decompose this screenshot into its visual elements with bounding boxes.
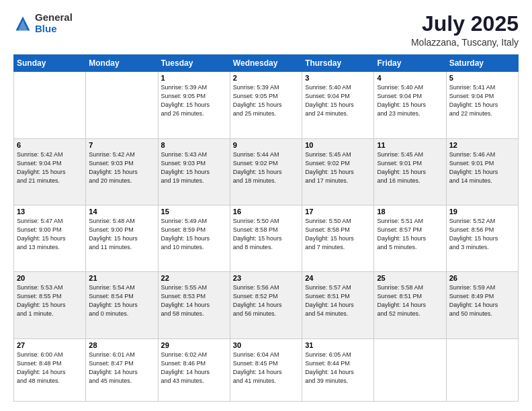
- calendar-cell: 18Sunrise: 5:51 AM Sunset: 8:57 PM Dayli…: [374, 205, 446, 271]
- day-number: 28: [89, 341, 154, 349]
- calendar-table: SundayMondayTuesdayWednesdayThursdayFrid…: [13, 54, 519, 402]
- calendar-cell: 11Sunrise: 5:45 AM Sunset: 9:01 PM Dayli…: [374, 138, 446, 205]
- day-number: 30: [233, 341, 299, 349]
- calendar-cell: 20Sunrise: 5:53 AM Sunset: 8:55 PM Dayli…: [14, 272, 86, 338]
- day-number: 14: [89, 208, 154, 216]
- logo-icon: [13, 14, 32, 33]
- calendar-cell: 1Sunrise: 5:39 AM Sunset: 9:05 PM Daylig…: [158, 72, 230, 138]
- day-number: 23: [233, 274, 299, 282]
- day-number: 20: [17, 274, 83, 282]
- calendar-week-row: 27Sunrise: 6:00 AM Sunset: 8:48 PM Dayli…: [14, 338, 519, 402]
- calendar-cell: 31Sunrise: 6:05 AM Sunset: 8:44 PM Dayli…: [302, 338, 374, 402]
- day-info: Sunrise: 5:59 AM Sunset: 8:49 PM Dayligh…: [449, 283, 515, 318]
- day-info: Sunrise: 6:00 AM Sunset: 8:48 PM Dayligh…: [17, 351, 83, 385]
- calendar-cell: 24Sunrise: 5:57 AM Sunset: 8:51 PM Dayli…: [302, 272, 374, 338]
- calendar-cell: 3Sunrise: 5:40 AM Sunset: 9:04 PM Daylig…: [302, 72, 374, 138]
- page: General Blue July 2025 Molazzana, Tuscan…: [0, 0, 532, 411]
- day-number: 4: [377, 74, 443, 82]
- day-info: Sunrise: 5:41 AM Sunset: 9:04 PM Dayligh…: [449, 83, 515, 118]
- day-number: 6: [17, 141, 83, 149]
- calendar-cell: 17Sunrise: 5:50 AM Sunset: 8:58 PM Dayli…: [302, 205, 374, 271]
- calendar-cell: [14, 72, 86, 138]
- day-number: 29: [161, 341, 227, 349]
- calendar-week-row: 1Sunrise: 5:39 AM Sunset: 9:05 PM Daylig…: [14, 72, 519, 138]
- calendar-cell: 6Sunrise: 5:42 AM Sunset: 9:04 PM Daylig…: [14, 138, 86, 205]
- logo: General Blue: [13, 12, 73, 34]
- calendar-cell: 8Sunrise: 5:43 AM Sunset: 9:03 PM Daylig…: [158, 138, 230, 205]
- logo-text: General Blue: [35, 12, 73, 34]
- calendar-cell: 19Sunrise: 5:52 AM Sunset: 8:56 PM Dayli…: [446, 205, 518, 271]
- day-number: 17: [305, 208, 371, 216]
- calendar-cell: [374, 338, 446, 402]
- day-info: Sunrise: 5:50 AM Sunset: 8:58 PM Dayligh…: [233, 217, 299, 252]
- title-block: July 2025 Molazzana, Tuscany, Italy: [411, 12, 519, 48]
- day-info: Sunrise: 6:05 AM Sunset: 8:44 PM Dayligh…: [305, 351, 371, 385]
- day-info: Sunrise: 5:45 AM Sunset: 9:02 PM Dayligh…: [305, 150, 371, 185]
- weekday-header-cell: Tuesday: [158, 55, 230, 72]
- day-number: 10: [305, 141, 371, 149]
- calendar-cell: 4Sunrise: 5:40 AM Sunset: 9:04 PM Daylig…: [374, 72, 446, 138]
- calendar-cell: 30Sunrise: 6:04 AM Sunset: 8:45 PM Dayli…: [230, 338, 302, 402]
- day-info: Sunrise: 5:45 AM Sunset: 9:01 PM Dayligh…: [377, 150, 443, 185]
- day-number: 21: [89, 274, 154, 282]
- weekday-header-cell: Wednesday: [230, 55, 302, 72]
- day-info: Sunrise: 5:40 AM Sunset: 9:04 PM Dayligh…: [377, 83, 443, 118]
- calendar-cell: 10Sunrise: 5:45 AM Sunset: 9:02 PM Dayli…: [302, 138, 374, 205]
- weekday-header-cell: Thursday: [302, 55, 374, 72]
- day-number: 22: [161, 274, 227, 282]
- day-info: Sunrise: 5:56 AM Sunset: 8:52 PM Dayligh…: [233, 283, 299, 318]
- day-info: Sunrise: 5:47 AM Sunset: 9:00 PM Dayligh…: [17, 217, 83, 252]
- month-year: July 2025: [411, 12, 519, 36]
- day-info: Sunrise: 5:51 AM Sunset: 8:57 PM Dayligh…: [377, 217, 443, 252]
- day-number: 11: [377, 141, 443, 149]
- calendar-body: 1Sunrise: 5:39 AM Sunset: 9:05 PM Daylig…: [14, 72, 519, 402]
- day-number: 3: [305, 74, 371, 82]
- weekday-header-row: SundayMondayTuesdayWednesdayThursdayFrid…: [14, 55, 519, 72]
- calendar-week-row: 13Sunrise: 5:47 AM Sunset: 9:00 PM Dayli…: [14, 205, 519, 271]
- calendar-cell: 13Sunrise: 5:47 AM Sunset: 9:00 PM Dayli…: [14, 205, 86, 271]
- calendar-cell: 15Sunrise: 5:49 AM Sunset: 8:59 PM Dayli…: [158, 205, 230, 271]
- calendar-cell: 29Sunrise: 6:02 AM Sunset: 8:46 PM Dayli…: [158, 338, 230, 402]
- day-info: Sunrise: 5:39 AM Sunset: 9:05 PM Dayligh…: [233, 83, 299, 118]
- weekday-header-cell: Monday: [86, 55, 158, 72]
- day-number: 31: [305, 341, 371, 349]
- calendar-cell: [86, 72, 158, 138]
- day-number: 25: [377, 274, 443, 282]
- day-info: Sunrise: 6:02 AM Sunset: 8:46 PM Dayligh…: [161, 351, 227, 385]
- calendar-cell: 26Sunrise: 5:59 AM Sunset: 8:49 PM Dayli…: [446, 272, 518, 338]
- day-info: Sunrise: 5:48 AM Sunset: 9:00 PM Dayligh…: [89, 217, 154, 252]
- day-number: 24: [305, 274, 371, 282]
- day-number: 7: [89, 141, 154, 149]
- day-info: Sunrise: 6:01 AM Sunset: 8:47 PM Dayligh…: [89, 351, 154, 385]
- calendar-cell: 22Sunrise: 5:55 AM Sunset: 8:53 PM Dayli…: [158, 272, 230, 338]
- day-info: Sunrise: 6:04 AM Sunset: 8:45 PM Dayligh…: [233, 351, 299, 385]
- day-info: Sunrise: 5:42 AM Sunset: 9:04 PM Dayligh…: [17, 150, 83, 185]
- calendar-cell: 14Sunrise: 5:48 AM Sunset: 9:00 PM Dayli…: [86, 205, 158, 271]
- calendar-cell: 5Sunrise: 5:41 AM Sunset: 9:04 PM Daylig…: [446, 72, 518, 138]
- calendar-cell: 16Sunrise: 5:50 AM Sunset: 8:58 PM Dayli…: [230, 205, 302, 271]
- weekday-header-cell: Saturday: [446, 55, 518, 72]
- calendar-cell: 12Sunrise: 5:46 AM Sunset: 9:01 PM Dayli…: [446, 138, 518, 205]
- day-info: Sunrise: 5:49 AM Sunset: 8:59 PM Dayligh…: [161, 217, 227, 252]
- day-info: Sunrise: 5:43 AM Sunset: 9:03 PM Dayligh…: [161, 150, 227, 185]
- day-info: Sunrise: 5:46 AM Sunset: 9:01 PM Dayligh…: [449, 150, 515, 185]
- calendar-cell: 27Sunrise: 6:00 AM Sunset: 8:48 PM Dayli…: [14, 338, 86, 402]
- logo-blue: Blue: [35, 24, 73, 35]
- day-info: Sunrise: 5:40 AM Sunset: 9:04 PM Dayligh…: [305, 83, 371, 118]
- weekday-header-cell: Friday: [374, 55, 446, 72]
- day-info: Sunrise: 5:39 AM Sunset: 9:05 PM Dayligh…: [161, 83, 227, 118]
- day-number: 1: [161, 74, 227, 82]
- day-info: Sunrise: 5:54 AM Sunset: 8:54 PM Dayligh…: [89, 283, 154, 318]
- calendar-cell: 28Sunrise: 6:01 AM Sunset: 8:47 PM Dayli…: [86, 338, 158, 402]
- day-number: 8: [161, 141, 227, 149]
- logo-general: General: [35, 12, 73, 24]
- location: Molazzana, Tuscany, Italy: [411, 37, 519, 48]
- day-number: 2: [233, 74, 299, 82]
- day-info: Sunrise: 5:55 AM Sunset: 8:53 PM Dayligh…: [161, 283, 227, 318]
- day-number: 9: [233, 141, 299, 149]
- day-info: Sunrise: 5:44 AM Sunset: 9:02 PM Dayligh…: [233, 150, 299, 185]
- day-number: 5: [449, 74, 515, 82]
- header: General Blue July 2025 Molazzana, Tuscan…: [13, 12, 519, 48]
- calendar-cell: 7Sunrise: 5:42 AM Sunset: 9:03 PM Daylig…: [86, 138, 158, 205]
- day-info: Sunrise: 5:50 AM Sunset: 8:58 PM Dayligh…: [305, 217, 371, 252]
